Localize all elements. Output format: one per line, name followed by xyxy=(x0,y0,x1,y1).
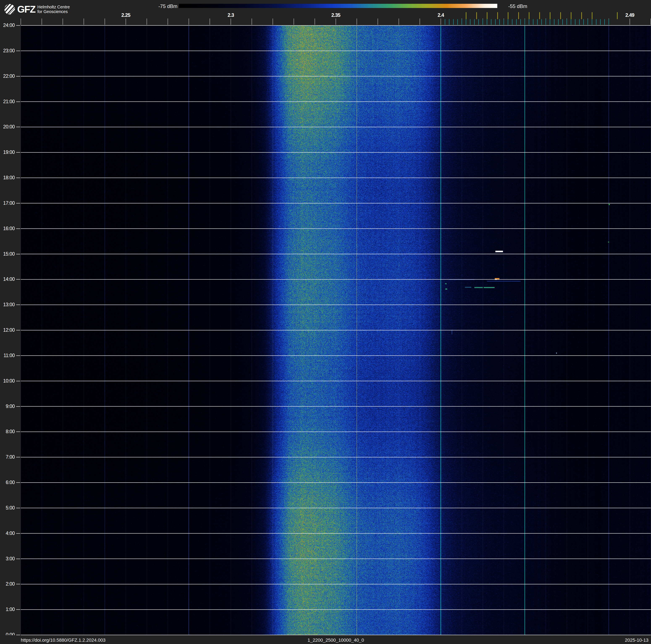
freq-tick xyxy=(293,19,294,25)
freq-tick-label: 2.25 xyxy=(116,12,135,18)
freq-tick xyxy=(273,19,273,25)
ble-channel-tick xyxy=(449,19,450,25)
ble-channel-tick xyxy=(571,19,571,25)
ble-channel-tick xyxy=(457,19,458,25)
time-tick-label: 9:00 xyxy=(0,403,15,409)
ble-channel-tick xyxy=(588,19,588,25)
time-tick-label: 8:00 xyxy=(0,429,15,435)
ble-channel-tick xyxy=(499,19,500,25)
ble-channel-tick xyxy=(562,19,563,25)
time-tick-dash xyxy=(16,76,20,77)
date-label: 2025-10-13 xyxy=(625,638,649,643)
dataset-id-label: 1_2200_2500_10000_40_0 xyxy=(21,638,651,643)
time-tick-label: 6:00 xyxy=(0,480,15,485)
freq-tick xyxy=(230,19,231,25)
frequency-axis: 2.252.32.352.42.49 xyxy=(0,0,651,25)
ble-channel-tick xyxy=(516,19,517,25)
time-tick-dash xyxy=(16,508,20,508)
ble-channel-tick xyxy=(474,19,474,25)
ble-channel-tick xyxy=(445,19,445,25)
ble-channel-tick xyxy=(466,19,466,25)
ble-channel-tick xyxy=(508,19,508,25)
freq-tick-label: 2.4 xyxy=(431,12,450,18)
time-tick-dash xyxy=(16,355,20,356)
wifi-channel-tick xyxy=(581,12,582,19)
wifi-channel-tick xyxy=(518,12,519,19)
freq-tick-label: 2.35 xyxy=(326,12,345,18)
ble-channel-tick xyxy=(583,19,584,25)
wifi-channel-tick xyxy=(508,12,508,19)
ble-channel-tick xyxy=(478,19,479,25)
time-tick-dash xyxy=(16,330,20,330)
freq-tick xyxy=(167,19,168,25)
time-tick-dash xyxy=(16,432,20,432)
freq-tick xyxy=(629,19,630,25)
ble-channel-tick xyxy=(609,19,609,25)
time-tick-label: 13:00 xyxy=(0,302,15,308)
wifi-channel-tick xyxy=(617,12,618,19)
freq-tick xyxy=(147,19,147,25)
time-tick-dash xyxy=(16,152,20,153)
ble-channel-tick xyxy=(503,19,504,25)
freq-tick xyxy=(210,19,210,25)
wifi-channel-tick xyxy=(571,12,571,19)
wifi-channel-tick xyxy=(476,12,477,19)
time-tick-label: 1:00 xyxy=(0,607,15,612)
time-tick-dash xyxy=(16,279,20,280)
freq-tick xyxy=(84,19,84,25)
time-tick-dash xyxy=(16,482,20,483)
ble-channel-tick xyxy=(525,19,525,25)
freq-tick-label: 2.3 xyxy=(221,12,240,18)
wifi-channel-tick xyxy=(560,12,561,19)
freq-tick xyxy=(315,19,315,25)
ble-channel-tick xyxy=(470,19,470,25)
time-tick-dash xyxy=(16,25,20,26)
ble-channel-tick xyxy=(483,19,483,25)
wifi-channel-tick xyxy=(529,12,529,19)
time-tick-dash xyxy=(16,127,20,127)
time-tick-label: 10:00 xyxy=(0,378,15,384)
ble-channel-tick xyxy=(520,19,521,25)
time-tick-label: 5:00 xyxy=(0,505,15,511)
time-tick-dash xyxy=(16,533,20,534)
time-tick-label: 22:00 xyxy=(0,74,15,79)
ble-channel-tick xyxy=(558,19,559,25)
ble-channel-tick xyxy=(533,19,533,25)
time-tick-label: 15:00 xyxy=(0,251,15,257)
ble-channel-tick xyxy=(537,19,537,25)
wifi-channel-tick xyxy=(487,12,488,19)
ble-channel-tick xyxy=(592,19,592,25)
freq-tick xyxy=(104,19,105,25)
freq-tick xyxy=(420,19,420,25)
freq-tick-label: 2.49 xyxy=(620,12,639,18)
freq-tick xyxy=(189,19,189,25)
time-tick-dash xyxy=(16,254,20,254)
time-tick-dash xyxy=(16,101,20,102)
ble-channel-tick xyxy=(554,19,554,25)
time-tick-label: 19:00 xyxy=(0,149,15,155)
time-tick-label: 7:00 xyxy=(0,454,15,460)
ble-channel-tick xyxy=(495,19,496,25)
time-tick-label: 3:00 xyxy=(0,556,15,561)
time-tick-dash xyxy=(16,457,20,457)
ble-channel-tick xyxy=(604,19,605,25)
wifi-channel-tick xyxy=(550,12,550,19)
time-tick-label: 14:00 xyxy=(0,276,15,282)
freq-tick xyxy=(252,19,252,25)
freq-tick xyxy=(441,19,441,25)
ble-channel-tick xyxy=(579,19,580,25)
spectrogram-page: GFZ Helmholtz Centre for Geosciences -75… xyxy=(0,0,651,644)
time-tick-dash xyxy=(16,609,20,610)
freq-tick xyxy=(63,19,63,25)
ble-channel-tick xyxy=(596,19,596,25)
time-tick-dash xyxy=(16,584,20,584)
time-tick-label: 20:00 xyxy=(0,124,15,130)
time-tick-label: 16:00 xyxy=(0,226,15,231)
time-tick-dash xyxy=(16,229,20,229)
time-tick-dash xyxy=(16,406,20,407)
wifi-channel-tick xyxy=(497,12,498,19)
time-tick-label: 23:00 xyxy=(0,48,15,54)
time-tick-label: 2:00 xyxy=(0,581,15,587)
ble-channel-tick xyxy=(600,19,600,25)
ble-channel-tick xyxy=(566,19,567,25)
